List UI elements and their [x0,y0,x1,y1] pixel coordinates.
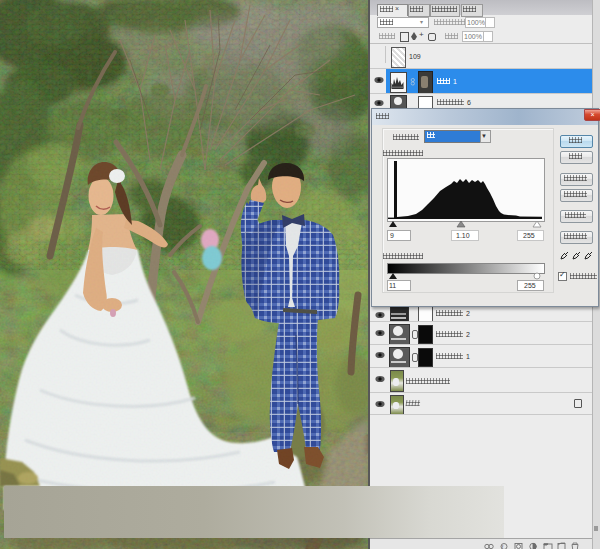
svg-text:f: f [502,544,504,549]
